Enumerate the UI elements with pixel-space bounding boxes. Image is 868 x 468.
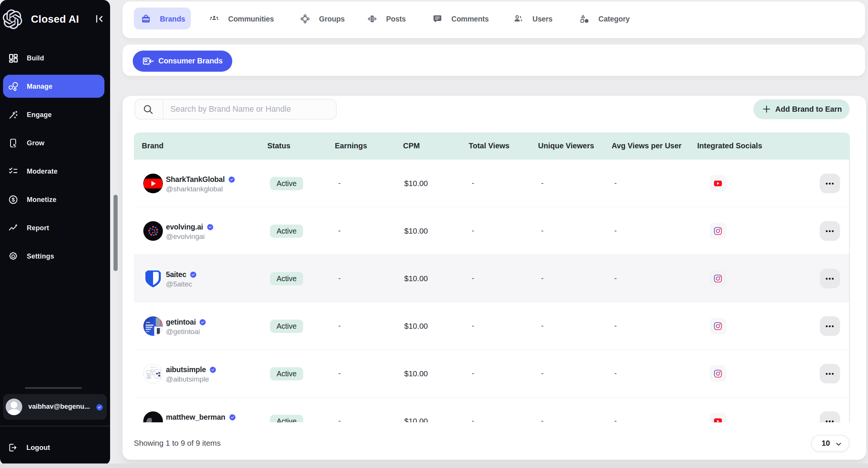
svg-text:$: $ — [12, 196, 15, 202]
